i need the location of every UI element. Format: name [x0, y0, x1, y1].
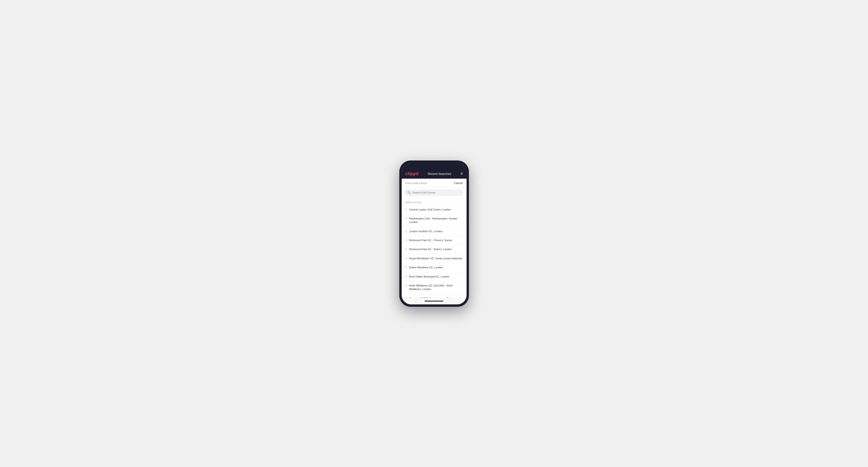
- location-pin-icon: ⚲: [405, 239, 407, 242]
- course-list: ⚲ Central London Golf Centre, London ⚲ R…: [402, 205, 467, 298]
- location-pin-icon: ⚲: [405, 217, 407, 220]
- nearby-courses-section: Nearby courses ⚲ Central London Golf Cen…: [402, 199, 467, 298]
- course-list-item[interactable]: ⚲ Dukes Meadows GC, London: [402, 263, 467, 272]
- phone-notch: [423, 165, 445, 170]
- course-name: Central London Golf Centre, London: [409, 208, 451, 212]
- nav-title: Recent Searches: [428, 172, 451, 176]
- content-area: Find a Golf Course Cancel 🔍 Nearby cours…: [402, 179, 467, 298]
- search-input[interactable]: [412, 191, 461, 194]
- search-container: 🔍: [402, 187, 467, 199]
- location-pin-icon: ⚲: [405, 284, 407, 287]
- course-list-item[interactable]: ⚲ Richmond Park GC - Prince's, Surrey: [402, 236, 467, 245]
- location-pin-icon: ⚲: [405, 230, 407, 233]
- course-name: Brent Valley Municipal GC, London: [409, 275, 450, 278]
- course-name: North Middlesex GC (1011942 - North Midd…: [409, 284, 463, 291]
- home-indicator: [402, 298, 467, 304]
- course-name: Roehampton Club - Roehampton, Greater Lo…: [409, 217, 463, 224]
- course-name: Dukes Meadows GC, London: [409, 266, 443, 269]
- nearby-section-label: Nearby courses: [402, 199, 467, 205]
- course-list-item[interactable]: ⚲ London Scottish GC, London: [402, 227, 467, 236]
- location-pin-icon: ⚲: [405, 248, 407, 251]
- cancel-button[interactable]: Cancel: [454, 182, 463, 185]
- course-list-item[interactable]: ⚲ Royal Wimbledon GC, Great London Autho…: [402, 254, 467, 263]
- course-list-item[interactable]: ⚲ Brent Valley Municipal GC, London: [402, 272, 467, 281]
- course-name: Richmond Park GC - Duke's, London: [409, 248, 452, 251]
- course-list-item[interactable]: ⚲ Richmond Park GC - Duke's, London: [402, 245, 467, 254]
- find-label: Find a Golf Course: [405, 182, 427, 185]
- course-list-item[interactable]: ⚲ Coombe Hill GC, Kingston upon Thames: [402, 294, 467, 298]
- course-name: Royal Wimbledon GC, Great London Authori…: [409, 257, 462, 260]
- menu-icon[interactable]: ≡: [460, 172, 463, 176]
- course-name: Richmond Park GC - Prince's, Surrey: [409, 239, 452, 242]
- search-icon: 🔍: [407, 191, 411, 194]
- home-bar: [425, 301, 443, 302]
- app-logo: clippd: [405, 171, 418, 176]
- course-list-item[interactable]: ⚲ Central London Golf Centre, London: [402, 205, 467, 214]
- course-list-item[interactable]: ⚲ North Middlesex GC (1011942 - North Mi…: [402, 281, 467, 294]
- location-pin-icon: ⚲: [405, 208, 407, 211]
- course-list-item[interactable]: ⚲ Roehampton Club - Roehampton, Greater …: [402, 214, 467, 227]
- find-header: Find a Golf Course Cancel: [402, 179, 467, 187]
- location-pin-icon: ⚲: [405, 266, 407, 269]
- location-pin-icon: ⚲: [405, 257, 407, 260]
- phone-screen: clippd Recent Searches ≡ Find a Golf Cou…: [402, 163, 467, 304]
- course-name: London Scottish GC, London: [409, 229, 442, 233]
- search-input-wrapper[interactable]: 🔍: [405, 189, 463, 196]
- phone-device: clippd Recent Searches ≡ Find a Golf Cou…: [399, 160, 469, 307]
- location-pin-icon: ⚲: [405, 275, 407, 278]
